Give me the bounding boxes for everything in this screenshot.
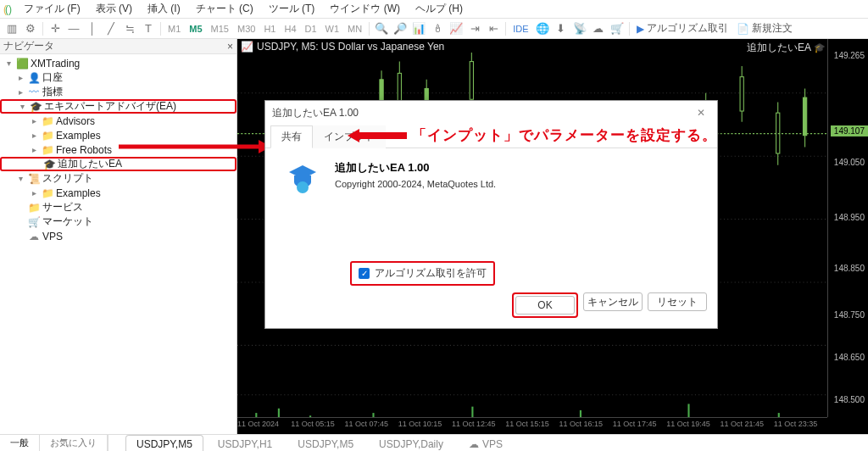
app-icon: ()( <box>3 3 15 15</box>
menu-tools[interactable]: ツール (T) <box>262 0 322 19</box>
tree-script-folder[interactable]: ▸📁Examples <box>0 186 236 200</box>
chart-symbol-icon: 📈 <box>241 41 253 53</box>
chart-tab[interactable]: USDJPY,Daily <box>368 435 454 451</box>
tab-share[interactable]: 共有 <box>270 125 313 148</box>
navigator-bottom-tabs: 一般 お気に入り <box>0 435 108 451</box>
chart-tab[interactable]: USDJPY,M5 <box>125 435 203 451</box>
cart-icon[interactable]: 🛒 <box>609 20 626 37</box>
menu-help[interactable]: ヘルプ (H) <box>409 0 470 19</box>
tree-root[interactable]: ▾ 🟩 XMTrading <box>0 56 236 70</box>
algo-trading-button[interactable]: ▶アルゴリズム取引 <box>633 19 732 37</box>
expand-icon[interactable]: ▸ <box>29 131 39 140</box>
settings-icon[interactable]: ⚙ <box>22 20 39 37</box>
tree-ea-folder[interactable]: ▸📁Advisors <box>0 114 236 128</box>
zoom-out-icon[interactable]: 🔎 <box>392 20 409 37</box>
expand-icon[interactable]: ▸ <box>29 145 39 154</box>
tree-services[interactable]: 📁サービス <box>0 200 236 214</box>
allow-algo-checkbox[interactable]: ✓ アルゴリズム取引を許可 <box>359 266 487 281</box>
reset-button[interactable]: リセット <box>648 292 707 311</box>
expand-icon[interactable]: ▸ <box>15 73 25 82</box>
expand-icon[interactable]: ▾ <box>3 58 14 68</box>
tree-accounts[interactable]: ▸ 👤 口座 <box>0 70 236 85</box>
depth-icon[interactable]: 📈 <box>448 20 465 37</box>
folder-icon: 📁 <box>42 130 53 142</box>
tf-h1[interactable]: H1 <box>260 22 279 36</box>
close-icon[interactable]: × <box>227 41 233 53</box>
tf-w1[interactable]: W1 <box>322 22 343 36</box>
time-tick: 11 Oct 19:45 <box>666 418 720 434</box>
time-tick: 11 Oct 23:35 <box>774 418 827 434</box>
scroll-icon[interactable]: ⇥ <box>466 20 483 37</box>
cancel-button[interactable]: キャンセル <box>583 292 643 311</box>
ok-button[interactable]: OK <box>515 296 575 315</box>
fib-icon[interactable]: ≒ <box>121 20 138 37</box>
cloud-icon[interactable]: ☁ <box>590 20 607 37</box>
tf-m1[interactable]: M1 <box>164 22 184 36</box>
mql-cloud-icon[interactable]: 🌐 <box>534 20 551 37</box>
vline-icon[interactable]: │ <box>84 20 101 37</box>
menu-view[interactable]: 表示 (V) <box>89 0 139 19</box>
signal-icon[interactable]: 📡 <box>571 20 588 37</box>
zoom-in-icon[interactable]: 🔍 <box>373 20 390 37</box>
download-icon[interactable]: ⬇ <box>553 20 570 37</box>
menu-chart[interactable]: チャート (C) <box>189 0 260 19</box>
hline-icon[interactable]: — <box>65 20 82 37</box>
menu-window[interactable]: ウインドウ (W) <box>323 0 407 19</box>
ea-graduation-icon <box>282 160 323 201</box>
tree-indicators[interactable]: ▸ 〰 指標 <box>0 85 236 99</box>
text-icon[interactable]: T <box>140 20 157 37</box>
tree-label: サービス <box>42 200 83 214</box>
new-chart-icon[interactable]: ▥ <box>3 20 20 37</box>
time-tick: 11 Oct 12:45 <box>452 418 505 434</box>
ide-button[interactable]: IDE <box>509 22 531 36</box>
dialog-titlebar[interactable]: 追加したいEA 1.00 ✕ <box>265 101 717 125</box>
chart-tab-vps[interactable]: ☁VPS <box>458 435 514 451</box>
svg-rect-46 <box>740 77 743 111</box>
cross-icon[interactable]: ✛ <box>47 20 64 37</box>
shift-icon[interactable]: ⇤ <box>485 20 502 37</box>
annotation-arrow-tree <box>119 140 271 153</box>
btm-tab-fav[interactable]: お気に入り <box>40 435 108 451</box>
vps-icon: ☁ <box>28 231 40 242</box>
separator <box>160 22 161 36</box>
close-icon[interactable]: ✕ <box>692 105 710 120</box>
chart-tab[interactable]: USDJPY,M5 <box>287 435 364 451</box>
tree-label: スクリプト <box>42 171 93 186</box>
menu-insert[interactable]: 挿入 (I) <box>141 0 187 19</box>
tf-m15[interactable]: M15 <box>208 22 232 36</box>
expand-icon[interactable]: ▸ <box>15 87 25 97</box>
tree-label: エキスパートアドバイザ(EA) <box>44 99 176 114</box>
tree-scripts[interactable]: ▾📜スクリプト <box>0 171 236 186</box>
btm-tab-general[interactable]: 一般 <box>0 435 40 451</box>
tf-m30[interactable]: M30 <box>234 22 259 36</box>
ok-highlight: OK <box>512 292 578 318</box>
annotation: 「インプット」でパラメーターを設定する。 <box>348 125 717 145</box>
price-tick: 148.750 <box>834 310 865 320</box>
expand-icon[interactable]: ▸ <box>29 188 39 198</box>
time-axis: 11 Oct 2024 11 Oct 05:15 11 Oct 07:45 11… <box>237 417 827 434</box>
expand-icon[interactable]: ▾ <box>15 174 25 183</box>
candle-icon[interactable]: 🕯 <box>429 20 446 37</box>
tree-label: マーケット <box>42 214 93 229</box>
tf-d1[interactable]: D1 <box>302 22 320 36</box>
chart-tab[interactable]: USDJPY,H1 <box>207 435 283 451</box>
tf-h4[interactable]: H4 <box>281 22 299 36</box>
bars-icon[interactable]: 📊 <box>410 20 427 37</box>
tree-market[interactable]: 🛒マーケット <box>0 214 236 229</box>
annotation-text: 「インプット」でパラメーターを設定する。 <box>412 125 717 145</box>
expand-icon[interactable]: ▾ <box>17 102 27 111</box>
broker-icon: 🟩 <box>16 58 28 70</box>
tree-vps[interactable]: ☁VPS <box>0 229 236 243</box>
chart-tabs: USDJPY,M5 USDJPY,H1 USDJPY,M5 USDJPY,Dai… <box>108 435 868 451</box>
svg-point-54 <box>297 181 309 193</box>
tree-ea-target[interactable]: 🎓追加したいEA <box>0 157 236 171</box>
tf-m5[interactable]: M5 <box>186 22 205 36</box>
expand-icon[interactable]: ▸ <box>29 116 39 125</box>
new-order-button[interactable]: 📄新規注文 <box>733 19 796 37</box>
current-price: 149.107 <box>831 125 868 136</box>
separator <box>42 22 43 36</box>
tree-expert-advisors[interactable]: ▾ 🎓 エキスパートアドバイザ(EA) <box>0 99 236 114</box>
tf-mn[interactable]: MN <box>344 22 365 36</box>
trendline-icon[interactable]: ╱ <box>103 20 120 37</box>
menu-file[interactable]: ファイル (F) <box>17 0 87 19</box>
